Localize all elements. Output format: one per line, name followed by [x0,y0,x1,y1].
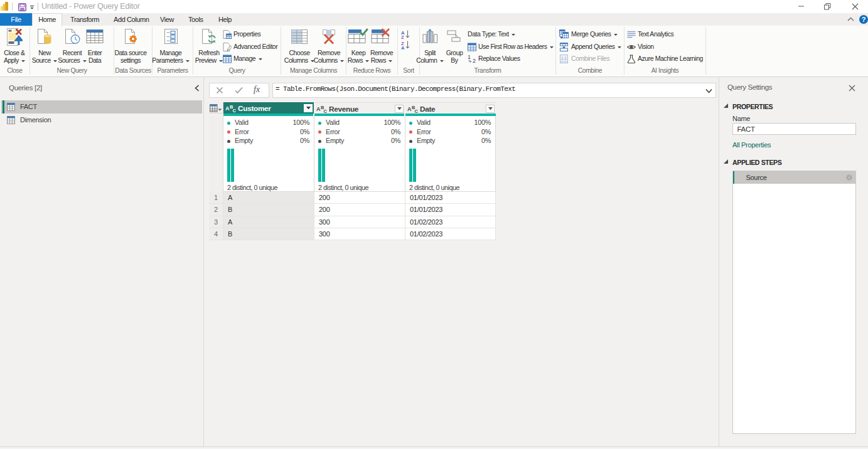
svg-text:A: A [401,45,405,50]
svg-text:C: C [233,107,237,112]
svg-text:C: C [415,108,419,113]
svg-text:Z: Z [401,34,404,40]
svg-text:2: 2 [473,58,476,63]
svg-text:1: 1 [468,54,471,60]
svg-text:C: C [324,108,328,113]
svg-text:A: A [407,106,412,112]
svg-text:A: A [225,105,230,112]
svg-text:A: A [316,106,321,112]
